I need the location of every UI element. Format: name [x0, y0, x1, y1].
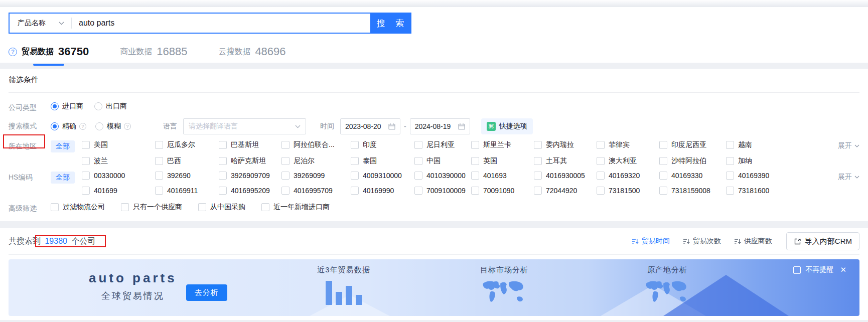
checkbox-option[interactable]: 73181500 [597, 187, 659, 195]
checkbox-option[interactable]: 40169320 [597, 172, 659, 180]
checkbox-icon[interactable] [726, 172, 734, 180]
checkbox-icon[interactable] [471, 141, 479, 149]
checkbox-icon[interactable] [414, 187, 422, 195]
import-crm-button[interactable]: 导入内部CRM [786, 232, 859, 250]
quick-options-button[interactable]: ⌘ 快捷选项 [481, 118, 533, 134]
sort-trade-time[interactable]: 贸易时间 [632, 237, 670, 246]
checkbox-icon[interactable] [155, 157, 163, 165]
radio-icon[interactable] [51, 122, 59, 130]
checkbox-option[interactable]: 392690 [155, 172, 219, 180]
checkbox-icon[interactable] [534, 141, 542, 149]
checkbox-option[interactable]: 阿拉伯联合... [281, 140, 351, 149]
checkbox-option[interactable]: 美国 [82, 140, 155, 149]
checkbox-icon[interactable] [82, 157, 90, 165]
checkbox-icon[interactable] [726, 141, 734, 149]
search-input[interactable] [72, 14, 370, 33]
hs-all-tag[interactable]: 全部 [51, 172, 75, 184]
checkbox-icon[interactable] [82, 187, 90, 195]
checkbox-icon[interactable] [351, 157, 359, 165]
checkbox-icon[interactable] [351, 187, 359, 195]
checkbox-icon[interactable] [597, 157, 605, 165]
radio-icon[interactable] [95, 122, 103, 130]
checkbox-icon[interactable] [261, 203, 269, 211]
checkbox-option[interactable]: 00330000 [82, 172, 155, 180]
checkbox-icon[interactable] [726, 157, 734, 165]
radio-option[interactable]: 出口商 [94, 102, 127, 111]
checkbox-option[interactable]: 印度 [351, 140, 414, 149]
checkbox-option[interactable]: 近一年新增进口商 [261, 203, 330, 212]
checkbox-option[interactable]: 40169390 [726, 172, 838, 180]
checkbox-option[interactable]: 401699 [82, 187, 155, 195]
checkbox-icon[interactable] [659, 187, 667, 195]
summary-count[interactable]: 19380 [45, 237, 67, 245]
analyze-button[interactable]: 去分析 [186, 284, 227, 301]
checkbox-icon[interactable] [219, 157, 227, 165]
checkbox-option[interactable]: 沙特阿拉伯 [659, 156, 726, 166]
radio-icon[interactable] [94, 102, 102, 110]
search-category-dropdown[interactable]: 产品名称 [10, 14, 71, 33]
checkbox-option[interactable]: 70091090 [471, 187, 534, 195]
sort-trade-count[interactable]: 贸易次数 [683, 237, 721, 246]
radio-option[interactable]: 精确? [51, 122, 86, 131]
checkbox-option[interactable]: 巴西 [155, 156, 219, 166]
checkbox-icon[interactable] [659, 157, 667, 165]
checkbox-option[interactable]: 40169990 [351, 187, 414, 195]
checkbox-option[interactable]: 中国 [414, 156, 471, 166]
checkbox-option[interactable]: 过滤物流公司 [51, 203, 105, 212]
checkbox-option[interactable]: 越南 [726, 140, 838, 149]
checkbox-option[interactable]: 委内瑞拉 [534, 140, 597, 149]
checkbox-icon[interactable] [597, 187, 605, 195]
close-icon[interactable]: ✕ [840, 265, 846, 274]
checkbox-icon[interactable] [414, 172, 422, 180]
checkbox-icon[interactable] [219, 187, 227, 195]
checkbox-option[interactable]: 72044920 [534, 187, 597, 195]
region-expand-link[interactable]: 展开 [838, 140, 859, 150]
checkbox-icon[interactable] [281, 172, 290, 180]
radio-option[interactable]: 进口商 [51, 102, 83, 111]
checkbox-option[interactable]: 4016995209 [219, 187, 281, 195]
banner-card-origin[interactable]: 原产地分析 [612, 265, 722, 307]
radio-option[interactable]: 模糊? [95, 122, 131, 131]
checkbox-icon[interactable] [726, 187, 734, 195]
checkbox-option[interactable]: 4010390000 [414, 172, 471, 180]
region-all-tag[interactable]: 全部 [51, 140, 75, 152]
question-circle-icon[interactable]: ? [9, 48, 17, 56]
checkbox-option[interactable]: 只有一个供应商 [121, 203, 182, 212]
checkbox-option[interactable]: 4016930005 [534, 172, 597, 180]
checkbox-option[interactable]: 4016995709 [281, 187, 351, 195]
dismiss-label[interactable]: 不再提醒 [805, 265, 833, 274]
checkbox-icon[interactable] [219, 172, 227, 180]
checkbox-option[interactable]: 7318159008 [659, 187, 726, 195]
checkbox-option[interactable]: 73181600 [726, 187, 838, 195]
checkbox-icon[interactable] [534, 157, 542, 165]
checkbox-option[interactable]: 尼日利亚 [414, 140, 471, 149]
checkbox-icon[interactable] [51, 203, 59, 211]
tab-business-data[interactable]: 商业数据 16885 [120, 38, 187, 66]
checkbox-icon[interactable] [471, 172, 479, 180]
checkbox-icon[interactable] [597, 172, 605, 180]
checkbox-icon[interactable] [198, 203, 206, 211]
checkbox-option[interactable]: 斯里兰卡 [471, 140, 534, 149]
checkbox-option[interactable]: 加纳 [726, 156, 838, 166]
checkbox-icon[interactable] [121, 203, 129, 211]
checkbox-icon[interactable] [414, 157, 422, 165]
checkbox-icon[interactable] [471, 157, 479, 165]
checkbox-icon[interactable] [351, 172, 359, 180]
checkbox-icon[interactable] [534, 187, 542, 195]
checkbox-option[interactable]: 3926909709 [219, 172, 281, 180]
checkbox-icon[interactable] [219, 141, 227, 149]
tab-cloud-search-data[interactable]: 云搜数据 48696 [218, 38, 285, 66]
search-button[interactable]: 搜 索 [370, 14, 410, 33]
checkbox-option[interactable]: 40169330 [659, 172, 726, 180]
checkbox-icon[interactable] [534, 172, 542, 180]
checkbox-option[interactable]: 39269099 [281, 172, 351, 180]
checkbox-icon[interactable] [82, 172, 90, 180]
checkbox-option[interactable]: 澳大利亚 [597, 156, 659, 166]
checkbox-icon[interactable] [414, 141, 422, 149]
language-select[interactable]: 请选择翻译语言 [183, 118, 306, 134]
banner-card-target-market[interactable]: 目标市场分析 [449, 265, 559, 307]
checkbox-icon[interactable] [659, 141, 667, 149]
checkbox-option[interactable]: 厄瓜多尔 [155, 140, 219, 149]
start-date-input[interactable]: 2023-08-20 [340, 118, 400, 134]
checkbox-icon[interactable] [155, 187, 163, 195]
